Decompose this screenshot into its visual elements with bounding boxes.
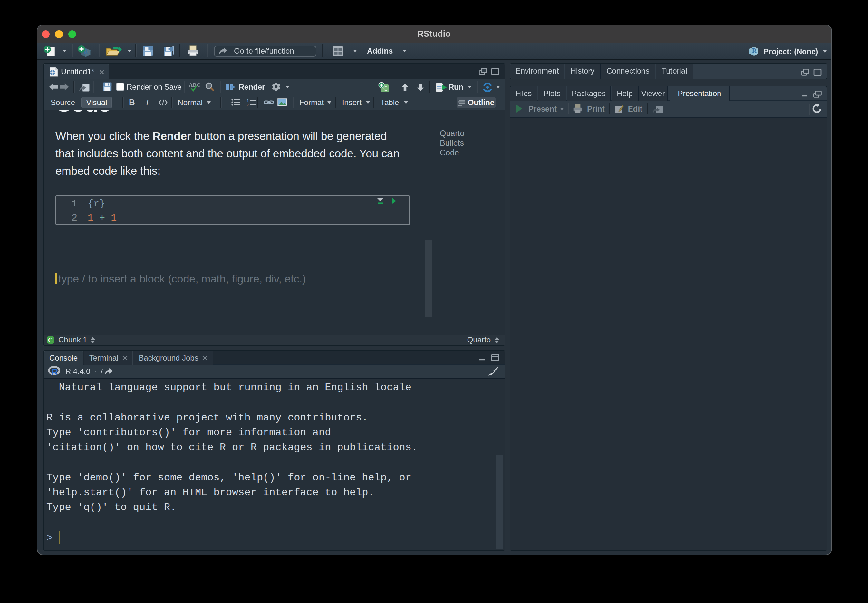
- svg-text:R: R: [752, 47, 757, 54]
- svg-text:ABC: ABC: [189, 82, 200, 88]
- svg-text:R: R: [51, 367, 58, 376]
- svg-text:1: 1: [247, 99, 249, 102]
- svg-text:2: 2: [247, 103, 249, 107]
